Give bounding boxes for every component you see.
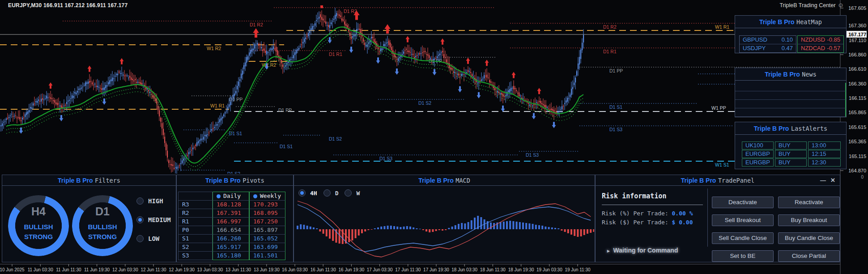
pivot-label: D1 R1: [603, 49, 617, 54]
risk-row: Risk (%) Per Trade: 0.00 %: [602, 210, 693, 217]
pivot-label: W1 R2: [207, 46, 221, 51]
time-axis-label: 11 Jun 19:30: [84, 267, 110, 272]
price-axis-label: 167.605: [848, 5, 866, 11]
status-text: Waiting for Command: [613, 247, 678, 254]
minimize-icon[interactable]: —: [820, 177, 826, 184]
macd-plot: [294, 185, 594, 261]
pivot-weekly-value: 170.293: [249, 201, 285, 209]
pivot-daily-value: 166.260: [213, 235, 249, 243]
axis-zero-label: 0: [861, 175, 864, 180]
heatmap-title: HeatMap: [796, 18, 822, 26]
news-header: Triple B Pro News: [735, 68, 846, 81]
weekly-column-header[interactable]: Weekly: [249, 192, 285, 201]
pivot-label: D1 S1: [280, 144, 293, 149]
time-axis-label: 19 Jun 11:30: [565, 267, 591, 272]
pivot-row-label: S2: [178, 243, 213, 252]
pivot-row-label: R3: [178, 201, 213, 209]
buy-breakout-button[interactable]: Buy Breakout: [778, 214, 840, 226]
macd-header: Triple B Pro MACD: [294, 175, 595, 186]
window-controls: —✕: [816, 175, 835, 185]
pivot-daily-value: 166.654: [213, 226, 249, 235]
sell-breakout-button[interactable]: Sell Breakout: [712, 214, 774, 226]
deactivate-button[interactable]: Deactivate: [712, 197, 774, 208]
pivot-label: D1 S3: [379, 156, 392, 161]
news-row: [735, 91, 846, 100]
alert-row: EURGBPBUY12:30: [742, 158, 846, 167]
pivot-label: D1 S3: [526, 152, 539, 158]
brand-label: Triple B Pro: [754, 125, 789, 132]
time-axis-label: 12 Jun 03:30: [112, 267, 138, 272]
lastalerts-panel: Triple B Pro LastAlerts UK100BUY13:00EUR…: [735, 122, 847, 169]
alert-cell: EURGBP: [742, 158, 774, 167]
price-axis-label: 167.360: [848, 23, 866, 28]
pivot-row-label: S1: [178, 235, 213, 243]
alert-row-list: UK100BUY13:00EURGBPBUY12:15EURGBPBUY12:3…: [735, 141, 846, 167]
time-axis-label: 12 Jun 19:30: [169, 267, 195, 272]
alert-cell: 12:30: [808, 158, 841, 167]
close-icon[interactable]: ✕: [830, 177, 835, 184]
pivots-header: Triple B Pro Pivots: [177, 175, 293, 186]
pivot-label: D1 S1: [229, 131, 242, 136]
pivots-table: DailyWeeklyR3168.128170.293R2167.391168.…: [178, 192, 285, 260]
news-row: [735, 83, 846, 91]
time-axis-label: 12 Jun 11:30: [140, 267, 166, 272]
time-axis-label: 13 Jun 19:30: [254, 267, 280, 272]
pivots-panel: Triple B Pro Pivots DailyWeeklyR3168.128…: [176, 175, 294, 262]
radio-low[interactable]: LOW: [136, 235, 159, 242]
trade-title: TradePanel: [718, 177, 754, 184]
pivot-daily-value: 165.917: [213, 243, 249, 252]
alert-cell: BUY: [775, 150, 807, 158]
alert-cell: 13:00: [808, 141, 841, 150]
brand-label: Triple B Pro: [418, 177, 454, 184]
risk-info-title: Risk information: [602, 192, 667, 200]
pivot-label: W1 S1: [715, 162, 729, 167]
pivot-weekly-value: 161.501: [249, 252, 285, 260]
pivot-label: W1 R2: [262, 62, 276, 68]
time-axis-label: 11 Jun 11:30: [56, 267, 81, 272]
pivot-row-label: S3: [178, 252, 213, 260]
brand-label: Triple B Pro: [759, 18, 795, 26]
pivot-weekly-value: 163.699: [249, 243, 285, 252]
pivot-label: D1 R2: [250, 22, 263, 27]
brand-label: Triple B Pro: [681, 177, 716, 184]
alert-cell: BUY: [775, 141, 807, 150]
pivot-daily-value: 167.391: [213, 209, 249, 218]
watermark-text: TripleB Trading Center: [779, 2, 835, 9]
status-arrow-icon: ▸: [607, 248, 610, 253]
heatmap-cell: USDJPY0.47: [740, 44, 796, 52]
time-axis-label: 17 Jun 11:30: [395, 267, 421, 272]
candles: [0, 8, 584, 176]
watermark: TripleB Trading Center☺: [779, 1, 844, 9]
filters-title: Filters: [95, 177, 120, 184]
price-axis-label: 165.115: [849, 154, 866, 159]
alert-row: EURGBPBUY12:15: [742, 150, 846, 158]
lastalerts-title: LastAlerts: [791, 125, 827, 132]
brand-label: Triple B Pro: [205, 177, 241, 184]
pivot-weekly-value: 167.250: [249, 218, 285, 226]
brand-label: Triple B Pro: [58, 177, 93, 184]
pivot-corner-cell: [178, 192, 213, 201]
pivot-label: W1 R1: [210, 103, 225, 108]
pivot-daily-value: 166.997: [213, 218, 249, 226]
pivot-label: W1 R1: [715, 24, 729, 30]
brand-label: Triple B Pro: [765, 71, 800, 78]
trade-panel: Triple B Pro TradePanel —✕ Risk informat…: [595, 175, 840, 262]
time-axis-label: 10 Jun 2025: [0, 267, 25, 272]
pivot-weekly-value: 165.052: [249, 235, 285, 243]
radio-medium[interactable]: MEDIUM: [136, 216, 171, 223]
close-partial-button[interactable]: Close Partial: [778, 250, 840, 262]
daily-column-header[interactable]: Daily: [213, 192, 249, 201]
reactivate-button[interactable]: Reactivate: [778, 197, 840, 208]
buy-candle-close-button[interactable]: Buy Candle Close: [778, 232, 840, 244]
news-row: [735, 108, 846, 117]
price-axis-label: 166.610: [848, 66, 866, 72]
price-axis-label: 166.115: [849, 95, 866, 101]
ma-line: [6, 27, 583, 163]
set-to-be-button[interactable]: Set to BE: [712, 250, 774, 262]
sell-candle-close-button[interactable]: Sell Candle Close: [712, 232, 774, 244]
price-axis-label: 166.360: [848, 81, 866, 86]
chart-layers: W1 R2W1 R2W1 R1W1 R1W1 PPW1 S1D1 R2D1 R2…: [0, 0, 840, 187]
radio-high[interactable]: HIGH: [136, 197, 163, 205]
heatmap-cell: GBPUSD0.10: [740, 36, 796, 44]
pivot-daily-value: 168.128: [213, 201, 249, 209]
